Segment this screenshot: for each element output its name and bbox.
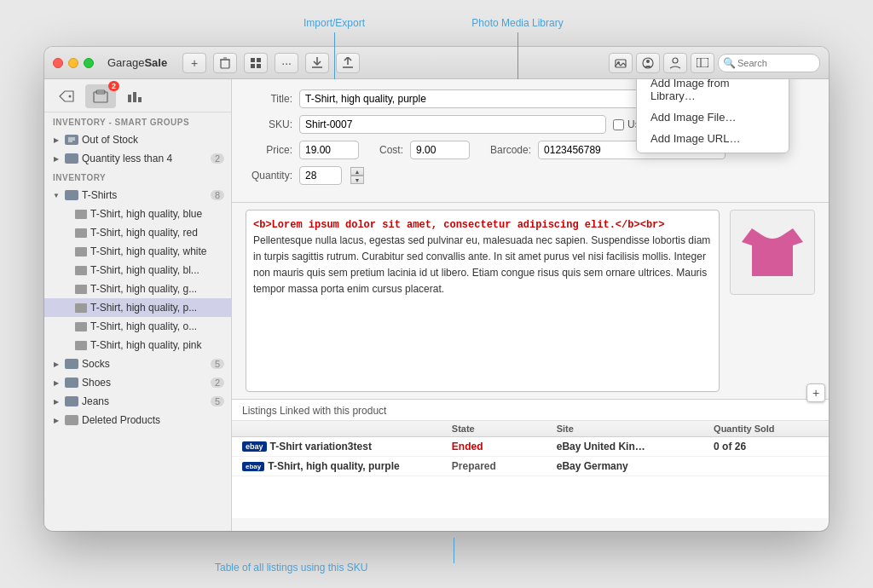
tshirt-red-label: T-Shirt, high quality, red: [90, 227, 224, 239]
sidebar-item-tshirt-blue[interactable]: T-Shirt, high quality, blue: [44, 205, 231, 223]
add-image-url[interactable]: Add Image URL…: [637, 128, 789, 149]
svg-rect-22: [133, 92, 136, 102]
sidebar-item-tshirt-o[interactable]: T-Shirt, high quality, o...: [44, 317, 231, 336]
site-value-1: eBay Germany: [557, 460, 628, 472]
sidebar-item-tshirts[interactable]: ▼ T-Shirts 8: [44, 186, 231, 205]
grid-button[interactable]: [244, 53, 268, 73]
svg-rect-3: [251, 58, 255, 62]
svg-point-18: [69, 95, 72, 98]
search-icon: 🔍: [723, 57, 736, 69]
price-input[interactable]: [299, 141, 359, 159]
stepper-up[interactable]: ▲: [350, 167, 364, 176]
sidebar-item-qty-less[interactable]: ▶ Quantity less than 4 2: [44, 149, 231, 168]
tshirt-pink-icon: [75, 341, 87, 350]
listing-row-0[interactable]: ebay T-Shirt variation3test Ended eBay U…: [232, 437, 829, 457]
svg-rect-16: [697, 58, 708, 67]
listing-title-1: T-Shirt, high quality, purple: [268, 460, 399, 472]
tags-tab[interactable]: [51, 84, 82, 108]
tshirt-blue-icon: [75, 210, 87, 219]
svg-rect-6: [257, 64, 261, 68]
export-button[interactable]: [336, 53, 360, 73]
tshirt-white-label: T-Shirt, high quality, white: [90, 245, 224, 257]
sku-input[interactable]: [299, 115, 606, 134]
sku-label: SKU:: [246, 118, 292, 130]
cost-label: Cost:: [379, 144, 403, 156]
description-editor[interactable]: <b>Lorem ipsum dolor sit amet, consectet…: [246, 210, 720, 392]
photo-library-button[interactable]: [609, 53, 633, 73]
barcode-label: Barcode:: [490, 144, 531, 156]
traffic-lights: [53, 58, 94, 68]
disclosure-icon: ▶: [51, 135, 61, 145]
main-window: GarageSale + ···: [44, 47, 829, 531]
tshirt-g-icon: [75, 285, 87, 294]
svg-point-14: [646, 60, 650, 63]
inventory-tab[interactable]: 2: [85, 84, 116, 108]
stepper-down[interactable]: ▼: [350, 176, 364, 184]
add-image-file[interactable]: Add Image File…: [637, 107, 789, 128]
person-button[interactable]: [663, 53, 687, 73]
product-image: [730, 210, 815, 295]
listing-label-1: ebay T-Shirt, high quality, purple: [242, 460, 452, 472]
svg-point-15: [673, 58, 678, 63]
sidebar-item-socks[interactable]: ▶ Socks 5: [44, 355, 231, 373]
import-button[interactable]: [305, 53, 329, 73]
sidebar-item-tshirt-red[interactable]: T-Shirt, high quality, red: [44, 223, 231, 242]
table-header: State Site Quantity Sold: [232, 421, 829, 437]
add-image-from-library[interactable]: Add Image from Library…: [637, 79, 789, 107]
person-circle-button[interactable]: [636, 53, 660, 73]
sidebar-item-shoes[interactable]: ▶ Shoes 2: [44, 373, 231, 392]
main-content: 2 INVENTORY - SMART GROUPS ▶ Out of Stoc…: [44, 79, 829, 531]
col-header-qty: Quantity Sold: [714, 424, 818, 434]
use-title-as-sku-checkbox[interactable]: [613, 119, 624, 130]
sidebar-item-tshirt-bl[interactable]: T-Shirt, high quality, bl...: [44, 261, 231, 280]
maximize-button[interactable]: [84, 58, 94, 68]
qty-input[interactable]: [299, 166, 342, 185]
listing-label-0: ebay T-Shirt variation3test: [242, 441, 452, 453]
annotation-photo-media: Photo Media Library: [462, 17, 573, 29]
site-value-0: eBay United Kin…: [557, 441, 645, 453]
sidebar-item-tshirt-p[interactable]: T-Shirt, high quality, p...: [44, 298, 231, 317]
sidebar-item-deleted[interactable]: ▶ Deleted Products: [44, 411, 231, 429]
chart-tab[interactable]: [119, 84, 150, 108]
qty-less-label: Quantity less than 4: [82, 153, 207, 164]
sidebar-item-tshirt-white[interactable]: T-Shirt, high quality, white: [44, 242, 231, 261]
jeans-folder-icon: [65, 396, 78, 406]
outer-wrapper: Import/Export Photo Media Library Garage…: [44, 17, 829, 580]
image-container: + Add Image from Library… Add Image File…: [730, 210, 815, 392]
more-button[interactable]: ···: [275, 53, 298, 73]
col-header-site: Site: [557, 424, 714, 434]
sidebar-item-jeans[interactable]: ▶ Jeans 5: [44, 392, 231, 411]
close-button[interactable]: [53, 58, 63, 68]
group-icon-qty: [65, 153, 78, 164]
sidebar-item-tshirt-pink[interactable]: T-Shirt, high quality, pink: [44, 336, 231, 355]
listing-state-0: Ended: [452, 441, 557, 453]
tshirt-bl-label: T-Shirt, high quality, bl...: [90, 264, 224, 276]
title-label: Title:: [246, 93, 292, 105]
tshirt-pink-label: T-Shirt, high quality, pink: [90, 339, 224, 351]
shoes-folder-icon: [65, 378, 78, 388]
svg-rect-5: [251, 64, 255, 68]
listings-area: Listings Linked with this product State …: [232, 399, 829, 518]
app-title: GarageSale: [107, 56, 167, 69]
shoes-disclosure: ▶: [51, 378, 61, 388]
delete-button[interactable]: [213, 53, 237, 73]
sidebar-toggle-button[interactable]: [691, 53, 714, 73]
cost-input[interactable]: [410, 141, 470, 159]
jeans-label: Jeans: [82, 395, 207, 407]
svg-rect-4: [257, 58, 261, 62]
state-value-0: Ended: [452, 441, 483, 453]
socks-label: Socks: [82, 358, 207, 370]
sidebar-item-out-of-stock[interactable]: ▶ Out of Stock: [44, 130, 231, 149]
sidebar-item-tshirt-g[interactable]: T-Shirt, high quality, g...: [44, 280, 231, 298]
qty-less-count: 2: [211, 153, 224, 164]
qty-stepper[interactable]: ▲ ▼: [350, 167, 364, 184]
col-header-listing: [242, 424, 452, 434]
svg-rect-0: [221, 60, 229, 68]
add-image-button[interactable]: +: [807, 383, 825, 402]
add-button[interactable]: +: [182, 53, 206, 73]
minimize-button[interactable]: [68, 58, 78, 68]
tshirt-g-label: T-Shirt, high quality, g...: [90, 283, 224, 295]
listing-row-1[interactable]: ebay T-Shirt, high quality, purple Prepa…: [232, 457, 829, 476]
state-value-1: Prepared: [452, 460, 496, 472]
svg-rect-21: [128, 95, 131, 102]
